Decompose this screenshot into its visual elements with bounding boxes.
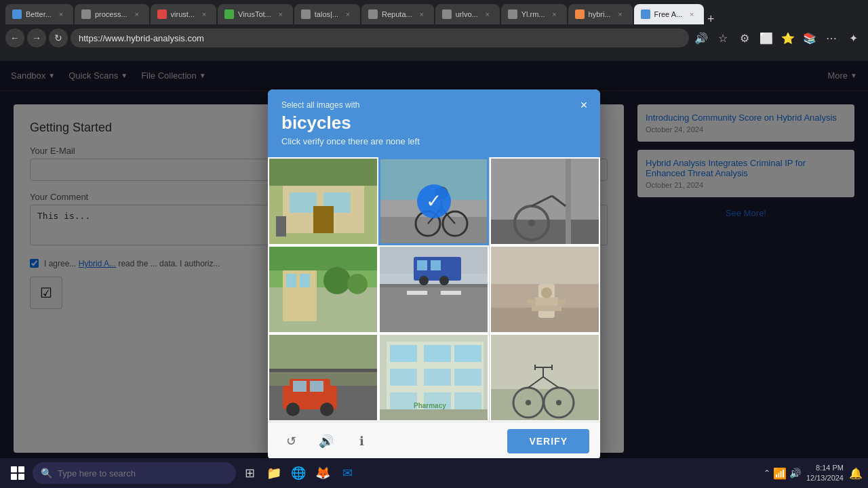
browser-tab-3[interactable]: virust... × [151,4,216,24]
browser-menu-button[interactable]: ⋯ [822,28,841,47]
browser-tab-2[interactable]: process... × [75,4,149,24]
svg-rect-47 [535,298,558,306]
taskbar-firefox[interactable]: 🦊 [312,462,334,484]
tab-close-2[interactable]: × [132,9,142,20]
svg-rect-30 [269,247,378,270]
captcha-cell-8[interactable]: Pharmacy [378,333,489,422]
tab-close-4[interactable]: × [275,9,286,20]
browser-tab-6[interactable]: Reputa... × [361,4,434,24]
tab-close-3[interactable]: × [199,9,210,20]
tab-label-4: VirusTot... [238,10,271,18]
captcha-close-button[interactable]: × [576,98,592,114]
start-button[interactable] [5,461,30,485]
svg-rect-7 [276,216,286,237]
taskbar-outlook[interactable]: ✉ [336,462,358,484]
edge-icon: 🌐 [291,466,306,481]
network-icon[interactable]: 📶 [773,467,787,480]
svg-rect-73 [454,392,481,409]
captcha-cell-4[interactable] [268,245,378,333]
new-tab-button[interactable]: + [705,14,716,24]
forward-button[interactable]: → [27,28,46,47]
captcha-cell-1[interactable]: 7 [268,157,378,245]
browser-tab-10[interactable]: Free A... × [634,4,705,24]
svg-point-42 [419,276,429,285]
svg-rect-29 [300,274,310,287]
tab-close-6[interactable]: × [416,9,427,20]
svg-rect-69 [424,369,451,386]
svg-rect-74 [380,409,489,422]
captcha-footer: ↺ 🔊 ℹ VERIFY [268,422,600,460]
browser-tab-5[interactable]: talos|... × [294,4,360,24]
svg-rect-35 [380,284,489,333]
refresh-button[interactable]: ↻ [49,28,68,47]
chevron-up-icon[interactable]: ⌃ [764,468,770,478]
svg-point-61 [320,403,334,416]
captcha-image-1: 7 [269,159,377,244]
svg-rect-58 [293,381,307,392]
captcha-audio-button[interactable]: 🔊 [314,429,338,453]
captcha-header-small: Select all images with [281,100,587,110]
volume-icon[interactable]: 🔊 [789,468,801,479]
browser-tab-1[interactable]: Better... × [5,4,73,24]
collections-button[interactable]: 📚 [800,28,819,47]
captcha-image-7 [269,335,377,420]
firefox-icon: 🦊 [315,466,330,481]
extensions-button[interactable]: ⚙ [735,28,754,47]
taskbar-time-display: 8:14 PM [806,463,844,473]
svg-rect-2 [290,192,317,213]
notification-icon[interactable]: 🔔 [849,467,863,480]
taskbar-clock[interactable]: 8:14 PM 12/13/2024 [806,463,844,484]
captcha-image-grid: 7 [268,157,600,422]
captcha-refresh-button[interactable]: ↺ [279,429,303,453]
svg-rect-20 [566,159,571,245]
svg-rect-68 [390,369,417,386]
tab-favicon-7 [442,9,452,19]
svg-point-31 [323,267,351,294]
copilot-button[interactable]: ✦ [844,28,863,47]
svg-rect-65 [390,345,417,362]
captcha-cell-2[interactable]: ✓ [378,157,489,245]
captcha-cell-9[interactable] [490,333,600,422]
tab-close-8[interactable]: × [549,9,560,20]
tab-favicon-6 [368,9,378,19]
svg-text:Pharmacy: Pharmacy [414,402,446,409]
favorites-button[interactable]: ☆ [713,28,732,47]
captcha-image-9 [491,335,599,420]
taskbar-search-input[interactable] [58,468,228,479]
captcha-cell-5[interactable] [378,245,489,333]
tab-label-9: hybri... [589,10,611,18]
taskbar-task-view[interactable]: ⊞ [239,462,260,484]
captcha-verify-button[interactable]: VERIFY [507,429,589,453]
page-background: Sandbox ▼ Quick Scans ▼ File Collection … [0,61,868,488]
tab-close-5[interactable]: × [342,9,353,20]
browser-tab-4[interactable]: VirusTot... × [218,4,293,24]
favorites-bar-button[interactable]: ⭐ [778,28,797,47]
svg-rect-6 [269,159,378,186]
svg-rect-41 [431,260,441,270]
browser-tab-7[interactable]: urlvo... × [435,4,500,24]
browser-tab-9[interactable]: hybri... × [568,4,633,24]
split-screen-button[interactable]: ⬜ [757,28,776,47]
captcha-cell-3[interactable] [490,157,600,245]
captcha-cell-7[interactable] [268,333,378,422]
svg-point-82 [556,400,561,405]
taskbar-edge[interactable]: 🌐 [288,462,309,484]
tab-close-1[interactable]: × [56,9,66,20]
address-bar[interactable] [71,28,689,47]
modal-overlay[interactable]: Select all images with bicycles Click ve… [0,61,868,488]
tab-close-10[interactable]: × [686,9,697,20]
browser-tab-8[interactable]: Yl.rm... × [501,4,567,24]
tab-favicon-9 [575,9,585,19]
tab-label-1: Better... [26,10,52,18]
captcha-cell-6[interactable] [490,245,600,333]
taskbar-file-explorer[interactable]: 📁 [263,462,285,484]
back-button[interactable]: ← [5,28,24,47]
tab-label-2: process... [95,10,127,18]
audio-icon: 🔊 [319,434,334,449]
read-aloud-button[interactable]: 🔊 [692,28,711,47]
captcha-info-button[interactable]: ℹ [349,429,374,453]
tab-close-7[interactable]: × [482,9,493,20]
tab-close-9[interactable]: × [615,9,626,20]
svg-rect-48 [532,306,561,311]
taskbar-search-box[interactable]: 🔍 [33,462,236,484]
